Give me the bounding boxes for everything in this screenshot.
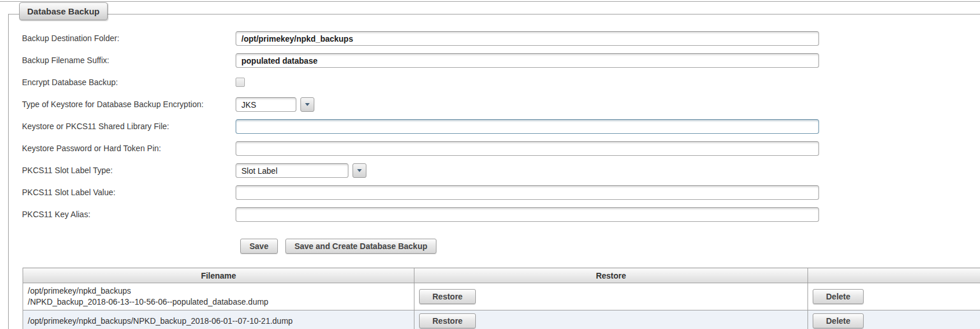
restore-column-header: Restore xyxy=(414,268,808,283)
restore-button[interactable]: Restore xyxy=(419,313,476,328)
pkcs11-slot-label-value-input[interactable] xyxy=(236,185,819,200)
keystore-type-combo-input[interactable] xyxy=(236,97,296,112)
keystore-library-file-input[interactable] xyxy=(236,119,819,134)
save-and-create-backup-button[interactable]: Save and Create Database Backup xyxy=(285,239,437,254)
delete-column-header xyxy=(808,268,980,283)
table-row: /opt/primekey/npkd_backups /NPKD_backup_… xyxy=(23,283,980,310)
backup-filename: /opt/primekey/npkd_backups/NPKD_backup_2… xyxy=(23,310,414,329)
chevron-down-icon xyxy=(305,103,310,106)
keystore-password-label: Keystore Password or Hard Token Pin: xyxy=(22,141,232,156)
chevron-down-icon xyxy=(357,169,362,172)
pkcs11-slot-label-type-label: PKCS11 Slot Label Type: xyxy=(22,163,232,178)
panel-tab-database-backup: Database Backup xyxy=(19,2,108,20)
keystore-type-label: Type of Keystore for Database Backup Enc… xyxy=(22,97,232,112)
pkcs11-key-alias-input[interactable] xyxy=(236,207,819,222)
table-row: /opt/primekey/npkd_backups/NPKD_backup_2… xyxy=(23,310,980,329)
top-divider-line xyxy=(0,1,980,2)
delete-button[interactable]: Delete xyxy=(813,289,864,304)
keystore-library-file-label: Keystore or PKCS11 Shared Library File: xyxy=(22,119,232,134)
pkcs11-slot-label-value-label: PKCS11 Slot Label Value: xyxy=(22,185,232,200)
filename-column-header: Filename xyxy=(23,268,414,283)
panel-title: Database Backup xyxy=(27,6,100,16)
form-actions: Save Save and Create Database Backup xyxy=(240,239,436,254)
database-backup-page: Database Backup Backup Destination Folde… xyxy=(0,0,980,329)
encrypt-database-backup-checkbox[interactable] xyxy=(236,78,245,87)
pkcs11-key-alias-label: PKCS11 Key Alias: xyxy=(22,207,232,222)
pkcs11-slot-label-type-combo-input[interactable] xyxy=(236,163,348,178)
save-button[interactable]: Save xyxy=(240,239,278,254)
pkcs11-slot-label-type-combo-dropdown-button[interactable] xyxy=(353,163,366,178)
delete-button[interactable]: Delete xyxy=(813,313,864,328)
restore-button[interactable]: Restore xyxy=(419,289,476,304)
backup-filename-suffix-input[interactable] xyxy=(236,53,819,68)
backup-files-table: Filename Restore /opt/primekey/npkd_back… xyxy=(23,268,980,329)
backup-destination-folder-input[interactable] xyxy=(236,31,819,46)
encrypt-database-backup-label: Encrypt Database Backup: xyxy=(22,75,232,90)
keystore-type-combo-dropdown-button[interactable] xyxy=(300,97,314,112)
keystore-password-input[interactable] xyxy=(236,141,819,156)
table-header-row: Filename Restore xyxy=(23,268,980,283)
backup-filename-suffix-label: Backup Filename Suffix: xyxy=(22,53,232,68)
backup-filename: /opt/primekey/npkd_backups /NPKD_backup_… xyxy=(23,283,414,310)
backup-destination-folder-label: Backup Destination Folder: xyxy=(22,31,232,46)
